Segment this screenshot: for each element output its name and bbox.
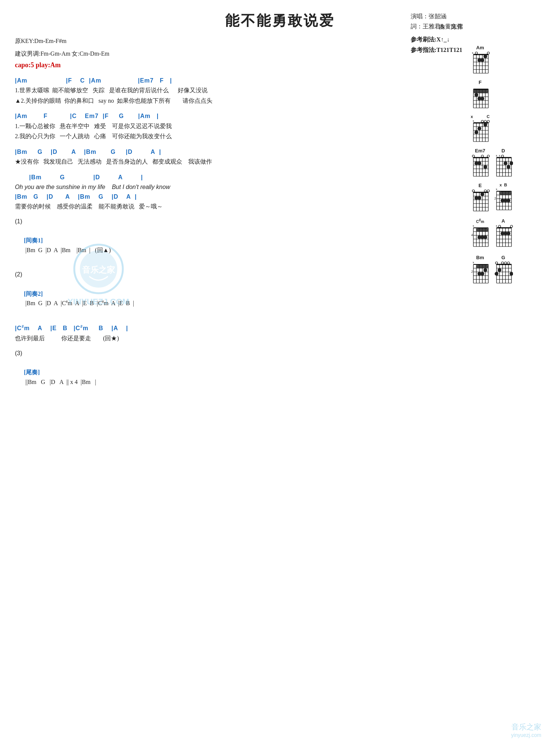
interlude1-content: [间奏1] |Bm G |D A |Bm |Bm | (回▲) <box>15 226 455 264</box>
chord-c-name: x C <box>471 114 490 119</box>
svg-point-87 <box>507 165 510 169</box>
bridge-lyric: 也许到最后 你还是要走 (回★) <box>15 334 455 343</box>
svg-point-66 <box>481 155 483 157</box>
footer-watermark: 音乐之家 yinyuezj.com <box>511 722 541 738</box>
footer-site-url: yinyuezj.com <box>511 732 541 738</box>
svg-point-67 <box>487 155 489 157</box>
svg-point-192 <box>501 262 504 264</box>
verse2-section: |Am F |C Em7 |F G |Am | 1.一颗心总被你 悬在半空中 难… <box>15 112 455 141</box>
strum-ref: 参考刷法:X↑_↓ <box>411 34 450 44</box>
content-area: 原KEY:Dm-Em-F#m 建议男调:Fm-Gm-Am 女:Cm-Dm-Em … <box>15 36 455 396</box>
svg-point-191 <box>495 262 498 264</box>
svg-point-52 <box>483 123 487 127</box>
svg-text:x: x <box>473 225 474 227</box>
svg-text:x: x <box>496 155 497 157</box>
svg-text:x: x <box>499 155 500 157</box>
svg-point-156 <box>498 225 501 227</box>
chord-b-name: x B <box>500 183 507 187</box>
chord-d-diagram: x x <box>494 155 513 177</box>
chord-group-f: F <box>470 80 553 109</box>
svg-point-194 <box>507 262 510 264</box>
svg-point-157 <box>510 225 513 227</box>
svg-point-16 <box>480 58 484 62</box>
svg-rect-121 <box>500 192 511 195</box>
verse2-chord-line: |Am F |C Em7 |F G |Am | <box>15 112 455 120</box>
performer: 演唱：张韶涵 <box>411 11 463 21</box>
chorus-chord3: |Bm G |D A |Bm G |D A | <box>15 193 455 201</box>
outro-bracket: (3) <box>15 350 455 357</box>
svg-point-47 <box>481 120 483 123</box>
chord-group-bm-g: Bm 2 x <box>470 255 553 286</box>
chord-group-am: Am x <box>470 45 553 74</box>
interlude2-section: (2) [间奏2] |Bm G |D A |C#m A |E B |C#m A … <box>15 271 455 317</box>
chord-bm: Bm 2 x <box>470 255 490 286</box>
chord-am-diagram: x <box>470 52 490 74</box>
svg-text:x: x <box>473 120 474 123</box>
chord-a: A x <box>494 218 513 249</box>
chord-a-name: A <box>501 218 505 224</box>
chord-em7-name: Em7 <box>475 148 485 154</box>
chord-csm-diagram: 4 x <box>470 225 490 249</box>
chord-c-diagram: x <box>470 120 490 142</box>
verse1-lyric2: ▲2.关掉你的眼睛 你的鼻和口 say no 如果你也能放下所有 请你点点头 <box>15 96 455 106</box>
outro-section: (3) [尾奏] ||Bm G |D A || x 4 |Bm | <box>15 350 455 396</box>
bridge-section: |C#m A |E B |C#m B |A | 也许到最后 你还是要走 (回★) <box>15 324 455 343</box>
svg-point-105 <box>477 196 481 200</box>
svg-point-50 <box>475 130 478 134</box>
chord-g: G <box>494 255 513 286</box>
chord-g-name: G <box>501 255 505 260</box>
chord-csm: C#m 4 x <box>470 218 490 249</box>
svg-point-88 <box>510 161 513 165</box>
chord-group-c: x C x <box>470 114 553 142</box>
outro-content: [尾奏] ||Bm G |D A || x 4 |Bm | <box>15 358 455 396</box>
chord-am: Am x <box>470 45 490 74</box>
interlude1-section: (1) [间奏1] |Bm G |D A |Bm |Bm | (回▲) <box>15 218 455 264</box>
chord-e: E <box>470 183 490 212</box>
svg-point-33 <box>480 97 484 100</box>
chord-bm-name: Bm <box>476 255 484 260</box>
svg-point-48 <box>484 120 486 123</box>
chord-d: D x x <box>494 148 513 177</box>
svg-point-69 <box>477 161 481 165</box>
chord-group-csm-a: C#m 4 x A <box>470 218 553 249</box>
chord-e-diagram <box>470 189 490 212</box>
chord-f-diagram <box>470 86 490 109</box>
meta-right: 演唱：张韶涵 詞：王雅君&黄文萱 参考刷法:X↑_↓ 参考指法:T121T121 <box>411 11 463 55</box>
svg-text:x: x <box>496 225 497 227</box>
svg-point-124 <box>507 199 510 202</box>
chord-group-em7-d: Em7 D <box>470 148 553 177</box>
svg-text:x: x <box>472 52 473 55</box>
svg-point-177 <box>480 272 484 276</box>
svg-text:2: 2 <box>494 196 496 200</box>
chord-f: F <box>470 80 490 109</box>
chord-b: x B 2 x <box>494 183 513 213</box>
interlude1-label: [间奏1] <box>24 237 43 244</box>
svg-point-195 <box>495 272 498 276</box>
svg-point-160 <box>507 232 510 235</box>
interlude2-bracket: (2) <box>15 271 455 278</box>
interlude1-bracket: (1) <box>15 218 455 225</box>
pick-ref: 参考指法:T121T121 <box>411 45 463 55</box>
verse1-section: |Am |F C |Am |Em7 F | 1.世界太嗫嗦 能不能够放空 失踪 … <box>15 77 455 106</box>
footer-site-name: 音乐之家 <box>511 722 541 732</box>
svg-point-70 <box>483 165 487 169</box>
chord-g-diagram <box>494 261 513 286</box>
svg-point-106 <box>480 192 484 196</box>
chorus-lyric2: 需要你的时候 感受你的温柔 能不能勇敢说 爱～哦～ <box>15 202 455 211</box>
chord-diagrams-panel: Am x <box>470 45 553 291</box>
chord-csm-name: C#m <box>476 218 484 224</box>
chord-em7-diagram <box>470 155 490 177</box>
chorus-english-section: |Bm G |D A | Oh you are the sunshine in … <box>15 173 455 211</box>
svg-point-31 <box>475 93 478 97</box>
verse1-chord-line: |Am |F C |Am |Em7 F | <box>15 77 455 85</box>
chord-bm-diagram: 2 x <box>470 261 490 286</box>
verse1-lyric1: 1.世界太嗫嗦 能不能够放空 失踪 是谁在我的背后说什么 好像又没说 <box>15 86 455 95</box>
svg-rect-139 <box>476 228 488 232</box>
svg-point-142 <box>483 235 487 239</box>
svg-point-102 <box>484 190 486 192</box>
svg-point-85 <box>501 155 504 157</box>
svg-point-86 <box>504 161 507 165</box>
svg-point-13 <box>475 52 477 54</box>
chord-e-name: E <box>479 183 482 188</box>
svg-text:x: x <box>496 188 497 191</box>
